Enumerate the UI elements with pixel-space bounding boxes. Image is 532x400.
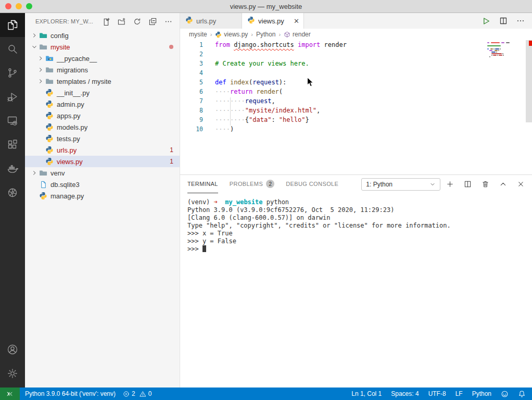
run-and-debug-icon[interactable] [0,85,25,109]
folder-config-icon [39,31,48,40]
remote-explorer-icon[interactable] [0,109,25,133]
zoom-window-button[interactable] [26,3,32,9]
chevron-right-icon [36,78,45,85]
error-icon [123,391,130,397]
tree-item-migrations[interactable]: migrations [25,64,180,76]
tree-item-templates-mysite[interactable]: templates / mysite [25,76,180,87]
minimap[interactable] [486,42,524,99]
new-folder-icon[interactable] [118,18,125,26]
tree-item-manage-py[interactable]: manage.py [25,190,180,202]
tree-item-label: config [50,32,69,40]
new-terminal-icon[interactable] [446,180,454,188]
editor-scrollbar[interactable] [526,40,532,122]
tab-debug-console[interactable]: DEBUG CONSOLE [286,175,338,193]
tab-views-py[interactable]: views.py ✕ [242,13,304,29]
refresh-icon[interactable] [133,18,141,26]
code-editor[interactable]: 1from django.shortcuts import render23# … [180,40,532,174]
minimize-window-button[interactable] [16,3,22,9]
folder-icon [39,169,48,177]
source-control-icon[interactable] [0,61,25,85]
tree-item-admin-py[interactable]: admin.py [25,98,180,110]
more-actions-icon[interactable] [516,17,525,25]
problems-count-badge: 1 [170,158,173,165]
split-editor-icon[interactable] [499,17,508,25]
maximize-panel-icon[interactable] [499,180,507,188]
terminal-selector-dropdown[interactable]: 1: Python [361,178,440,191]
remote-icon [6,390,14,398]
kill-terminal-icon[interactable] [482,180,489,188]
code-text: from django.shortcuts import render [215,41,347,48]
tree-item-label: db.sqlite3 [50,181,80,189]
tab-terminal[interactable]: TERMINAL [187,175,218,193]
tab-problems[interactable]: PROBLEMS2 [230,175,274,193]
tree-item-config[interactable]: config [25,30,180,41]
tree-item-label: __pycache__ [57,55,97,63]
feedback-icon[interactable] [501,390,509,398]
tree-item-apps-py[interactable]: apps.py [25,110,180,121]
tree-item-label: tests.py [57,135,80,143]
new-file-icon[interactable] [102,18,110,26]
breadcrumb-language[interactable]: Python [256,31,275,38]
notifications-bell-icon[interactable] [518,390,526,398]
tree-item-label: models.py [57,123,87,131]
indentation-status[interactable]: Spaces: 4 [391,390,419,397]
problems-status[interactable]: 2 0 [123,390,151,397]
code-text: ····) [215,126,234,133]
docker-icon[interactable] [0,157,25,181]
extensions-icon[interactable] [0,133,25,157]
breadcrumb-symbol[interactable]: render [284,31,311,38]
problems-count-badge: 1 [170,146,173,154]
tree-item-db-sqlite3[interactable]: db.sqlite3 [25,179,180,190]
terminal-line: Python 3.9.0 (v3.9.0:9cf6752276, Oct 5 2… [187,206,532,214]
terminal-line: >>> y = False [187,238,532,245]
more-actions-icon[interactable] [164,18,172,26]
line-number: 2 [180,51,203,58]
explorer-icon[interactable] [0,13,25,37]
remote-indicator[interactable] [0,388,20,400]
collapse-folders-icon[interactable] [149,18,157,26]
kubernetes-icon[interactable] [0,181,25,205]
close-panel-icon[interactable] [517,180,525,188]
terminal-output[interactable]: (venv) ➜ my_website pythonPython 3.9.0 (… [180,193,532,388]
tree-item-mysite[interactable]: mysite [25,41,180,53]
cursor-position-status[interactable]: Ln 1, Col 1 [351,390,382,397]
encoding-status[interactable]: UTF-8 [428,390,446,397]
tree-item-venv[interactable]: venv [25,167,180,179]
breadcrumb-folder[interactable]: mysite [189,31,207,38]
eol-status[interactable]: LF [455,390,463,397]
tab-urls-py[interactable]: urls.py [180,13,242,29]
language-mode-status[interactable]: Python [472,390,491,397]
breadcrumb-file[interactable]: views.py [215,31,248,38]
python-interpreter-status[interactable]: Python 3.9.0 64-bit ('venv': venv) [25,390,116,397]
tree-item-label: admin.py [57,101,84,108]
code-text: ····return render( [215,88,283,95]
code-text: ········"mysite/index.html", [215,107,320,114]
tree-item-urls-py[interactable]: urls.py1 [25,144,180,156]
account-icon[interactable] [0,338,25,361]
titlebar: views.py — my_website [0,0,532,13]
bottom-panel: TERMINAL PROBLEMS2 DEBUG CONSOLE 1: Pyth… [180,174,532,388]
close-window-button[interactable] [5,3,11,9]
search-icon[interactable] [0,37,25,61]
tree-item-label: apps.py [57,112,81,120]
problems-badge: 2 [266,180,274,188]
tree-item-views-py[interactable]: views.py1 [25,156,180,167]
status-bar: Python 3.9.0 64-bit ('venv': venv) 2 0 L… [0,388,532,400]
folder-icon [45,77,54,85]
python-icon [45,123,54,131]
close-tab-icon[interactable]: ✕ [294,18,299,24]
tree-item-models-py[interactable]: models.py [25,121,180,133]
tree-item--pycache-[interactable]: __pycache__ [25,53,180,64]
tree-item--init-py[interactable]: __init__.py [25,87,180,98]
run-python-file-icon[interactable] [482,17,490,26]
settings-gear-icon[interactable] [0,361,25,385]
line-number: 10 [180,126,203,133]
terminal-line: Type "help", "copyright", "credits" or "… [187,222,532,230]
terminal-line: >>> [187,245,532,253]
python-icon [45,111,54,120]
python-icon [39,192,48,200]
tree-item-tests-py[interactable]: tests.py [25,133,180,144]
split-terminal-icon[interactable] [464,180,472,188]
chevron-right-icon [30,169,39,177]
breadcrumb: mysite › views.py › Python › render [180,29,532,40]
